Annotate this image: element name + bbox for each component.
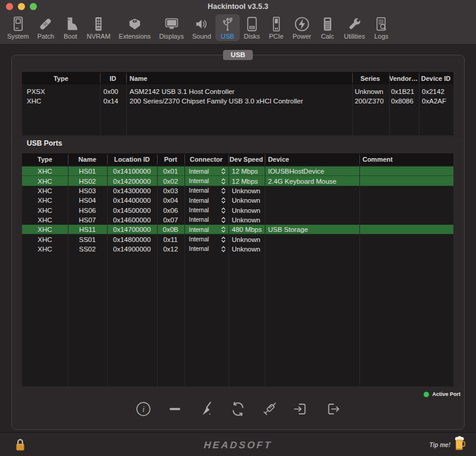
power-icon [294, 16, 310, 32]
boot-icon [62, 16, 79, 32]
toolbar-item-label: NVRAM [87, 33, 111, 40]
toolbar-item-label: Logs [374, 33, 389, 40]
usb-port-row-hs01[interactable]: XHCHS010x141000000x01Internal12 MbpsIOUS… [22, 166, 453, 176]
column-header-port[interactable]: Port [157, 156, 184, 163]
export-button[interactable] [322, 400, 343, 421]
tab-usb[interactable]: USB [223, 50, 253, 60]
connector-select[interactable]: Internal [184, 187, 228, 194]
connector-select[interactable]: Internal [184, 168, 228, 175]
connector-select[interactable]: Internal [184, 246, 228, 252]
toolbar-item-label: Extensions [119, 33, 151, 40]
table-cell: 0x00 [100, 88, 126, 95]
clean-button[interactable] [196, 400, 217, 421]
toolbar-item-label: Power [293, 33, 311, 40]
info-button[interactable]: i [133, 400, 154, 421]
usb-port-row-ss01[interactable]: XHCSS010x148000000x11InternalUnknown [22, 234, 453, 244]
table-cell: 0x1B21 [389, 88, 418, 95]
refresh-button[interactable] [228, 400, 248, 421]
chevron-updown-icon [221, 168, 226, 175]
nvram-icon [90, 16, 107, 32]
table-cell: Unknown [228, 197, 265, 204]
beer-icon [454, 436, 465, 454]
column-header-name[interactable]: Name [126, 75, 352, 82]
table-cell: Unknown [228, 207, 265, 214]
chevron-updown-icon [221, 236, 226, 243]
table-cell: XHC [22, 187, 68, 194]
usb-port-row-hs06[interactable]: XHCHS060x145000000x06InternalUnknown [22, 205, 453, 215]
active-port-legend: Active Port [424, 391, 461, 397]
toolbar-item-power[interactable]: Power [289, 14, 315, 41]
import-icon [292, 400, 310, 420]
table-cell: 200/Z370 [352, 98, 389, 105]
table-cell: ASM2142 USB 3.1 Host Controller [126, 88, 352, 95]
usb-port-row-hs04[interactable]: XHCHS040x144000000x04InternalUnknown [22, 196, 453, 205]
toolbar-item-label: Calc [321, 33, 334, 40]
inject-button[interactable] [259, 400, 280, 421]
table-cell: Unknown [352, 88, 389, 95]
connector-select[interactable]: Internal [184, 207, 228, 213]
table-cell: SS02 [68, 246, 107, 253]
usb-port-row-hs03[interactable]: XHCHS030x143000000x03InternalUnknown [22, 186, 453, 196]
column-header-connector[interactable]: Connector [184, 156, 228, 163]
column-header-dev-speed[interactable]: Dev Speed [228, 156, 265, 163]
usb-ports-title: USB Ports [27, 139, 62, 147]
table-cell: XHC [22, 168, 68, 175]
toolbar-item-nvram[interactable]: NVRAM [83, 14, 115, 41]
toolbar-item-displays[interactable]: Displays [155, 14, 188, 41]
table-body: XHCHS010x141000000x01Internal12 MbpsIOUS… [22, 165, 453, 254]
table-cell: 0x14200000 [107, 178, 157, 185]
column-header-device[interactable]: Device [264, 156, 359, 163]
headsoft-logo[interactable]: HEADSOFT [0, 433, 476, 456]
connector-value: Internal [189, 216, 209, 223]
table-cell: 0x14500000 [107, 207, 157, 214]
toolbar-item-calc[interactable]: Calc [315, 14, 340, 41]
connector-select[interactable]: Internal [184, 197, 228, 204]
toolbar-item-disks[interactable]: Disks [240, 14, 264, 41]
active-port-dot-icon [424, 392, 429, 397]
chevron-updown-icon [221, 227, 226, 233]
toolbar-item-pcie[interactable]: PCIe [264, 14, 289, 41]
column-header-name[interactable]: Name [68, 156, 107, 163]
table-cell: PXSX [22, 88, 100, 95]
column-header-device-id[interactable]: Device ID [418, 75, 453, 82]
connector-select[interactable]: Internal [184, 178, 228, 184]
usb-port-row-hs07[interactable]: XHCHS070x146000000x07InternalUnknown [22, 215, 453, 225]
remove-button[interactable] [165, 400, 185, 421]
toolbar-item-label: Patch [37, 33, 54, 40]
controller-row-pxsx[interactable]: PXSX0x00ASM2142 USB 3.1 Host ControllerU… [22, 87, 453, 96]
toolbar-item-sound[interactable]: Sound [188, 14, 215, 41]
column-header-type[interactable]: Type [22, 156, 68, 163]
usb-port-row-hs11[interactable]: XHCHS110x147000000x0BInternal480 MbpsUSB… [22, 225, 453, 234]
column-header-comment[interactable]: Comment [359, 156, 453, 163]
toolbar-item-system[interactable]: System [3, 14, 33, 41]
toolbar-item-label: Boot [64, 33, 77, 40]
chevron-updown-icon [221, 178, 226, 184]
toolbar-item-utilities[interactable]: Utilities [340, 14, 369, 41]
table-cell: Unknown [228, 187, 265, 194]
column-header-series[interactable]: Series [352, 75, 389, 82]
usb-port-row-hs02[interactable]: XHCHS020x142000000x02Internal12 Mbps2.4G… [22, 176, 453, 185]
toolbar-item-patch[interactable]: Patch [33, 14, 58, 41]
connector-select[interactable]: Internal [184, 216, 228, 223]
extensions-icon [127, 16, 143, 32]
import-button[interactable] [291, 400, 311, 421]
toolbar-item-label: System [7, 33, 29, 40]
table-cell: HS03 [68, 187, 107, 194]
tip-me-button[interactable]: Tip me! [430, 435, 465, 454]
toolbar-item-logs[interactable]: Logs [369, 14, 393, 41]
toolbar-item-extensions[interactable]: Extensions [115, 14, 155, 41]
connector-select[interactable]: Internal [184, 236, 228, 243]
column-header-location-id[interactable]: Location ID [107, 156, 157, 163]
column-header-id[interactable]: ID [100, 75, 126, 82]
toolbar-item-boot[interactable]: Boot [58, 14, 83, 41]
table-cell: 0x01 [157, 168, 184, 175]
toolbar-item-usb[interactable]: USB [215, 14, 240, 41]
column-separator [359, 153, 360, 386]
toolbar-item-label: Utilities [344, 33, 365, 40]
column-header-type[interactable]: Type [22, 75, 100, 82]
column-header-vendor[interactable]: Vendor… [389, 75, 418, 82]
connector-select[interactable]: Internal [184, 227, 228, 233]
usb-port-row-ss02[interactable]: XHCSS020x149000000x12InternalUnknown [22, 244, 453, 254]
controller-row-xhc[interactable]: XHC0x14200 Series/Z370 Chipset Family US… [22, 96, 453, 106]
table-cell: XHC [22, 226, 68, 233]
